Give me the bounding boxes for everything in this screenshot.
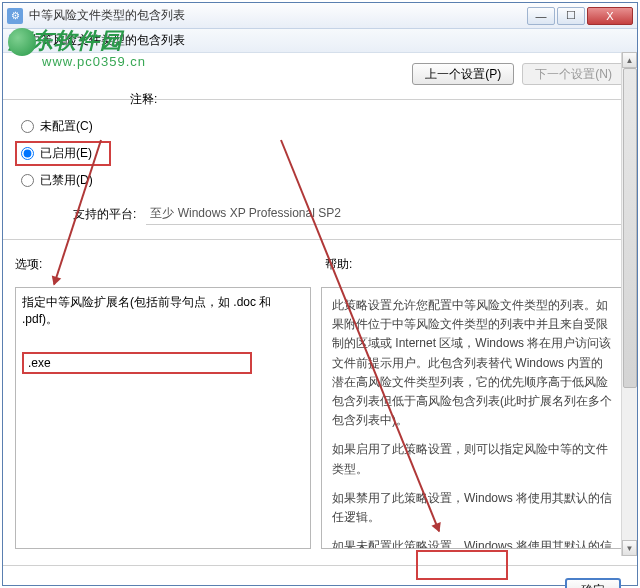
radio-group: 未配置(C) 已启用(E) 已禁用(D) (3, 110, 637, 197)
maximize-button[interactable]: ☐ (557, 7, 585, 25)
radio-enabled[interactable] (21, 147, 34, 160)
help-p2: 如果启用了此策略设置，则可以指定风险中等的文件类型。 (332, 440, 614, 478)
options-header: 选项: (15, 256, 315, 273)
radio-unconfigured-label: 未配置(C) (40, 118, 93, 135)
radio-unconfigured[interactable] (21, 120, 34, 133)
prev-setting-button[interactable]: 上一个设置(P) (412, 63, 514, 85)
nav-row: 上一个设置(P) 下一个设置(N) (3, 53, 637, 95)
subtitle-icon (9, 34, 23, 48)
help-panel: 此策略设置允许您配置中等风险文件类型的列表。如果附件位于中等风险文件类型的列表中… (321, 287, 625, 549)
scrollbar[interactable]: ▲ ▼ (621, 52, 637, 556)
subtitle-text: 中等风险文件类型的包含列表 (29, 32, 185, 49)
platform-row: 支持的平台: 至少 Windows XP Professional SP2 (3, 197, 637, 235)
radio-disabled-row[interactable]: 已禁用(D) (21, 172, 619, 189)
platform-label: 支持的平台: (73, 206, 136, 223)
minimize-button[interactable]: — (527, 7, 555, 25)
help-p3: 如果禁用了此策略设置，Windows 将使用其默认的信任逻辑。 (332, 489, 614, 527)
footer: 确定 (3, 565, 637, 588)
section-headers: 选项: 帮助: (3, 250, 637, 281)
radio-disabled[interactable] (21, 174, 34, 187)
next-setting-button: 下一个设置(N) (522, 63, 625, 85)
titlebar[interactable]: ⚙ 中等风险文件类型的包含列表 — ☐ X (3, 3, 637, 29)
window-buttons: — ☐ X (527, 7, 633, 25)
radio-enabled-label: 已启用(E) (40, 145, 92, 162)
close-button[interactable]: X (587, 7, 633, 25)
app-icon: ⚙ (7, 8, 23, 24)
radio-enabled-row[interactable]: 已启用(E) (15, 141, 111, 166)
divider (3, 239, 637, 240)
help-p1: 此策略设置允许您配置中等风险文件类型的列表。如果附件位于中等风险文件类型的列表中… (332, 296, 614, 430)
dialog-window: ⚙ 中等风险文件类型的包含列表 — ☐ X 中等风险文件类型的包含列表 上一个设… (2, 2, 638, 586)
comment-label: 注释: (130, 91, 157, 108)
options-panel: 指定中等风险扩展名(包括前导句点，如 .doc 和 .pdf)。 (15, 287, 311, 549)
extension-input[interactable] (22, 352, 252, 374)
divider (3, 99, 637, 100)
subtitle-bar: 中等风险文件类型的包含列表 (3, 29, 637, 53)
help-p4: 如果未配置此策略设置，Windows 将使用其默认的信任逻辑。 (332, 537, 614, 549)
scroll-thumb[interactable] (623, 68, 637, 388)
platform-value: 至少 Windows XP Professional SP2 (146, 203, 627, 225)
radio-unconfigured-row[interactable]: 未配置(C) (21, 118, 619, 135)
help-header: 帮助: (325, 256, 625, 273)
scroll-down-icon[interactable]: ▼ (622, 540, 637, 556)
window-title: 中等风险文件类型的包含列表 (29, 7, 527, 24)
radio-disabled-label: 已禁用(D) (40, 172, 93, 189)
options-text: 指定中等风险扩展名(包括前导句点，如 .doc 和 .pdf)。 (22, 294, 304, 328)
content-columns: 指定中等风险扩展名(包括前导句点，如 .doc 和 .pdf)。 此策略设置允许… (3, 281, 637, 557)
scroll-up-icon[interactable]: ▲ (622, 52, 637, 68)
ok-button[interactable]: 确定 (565, 578, 621, 588)
